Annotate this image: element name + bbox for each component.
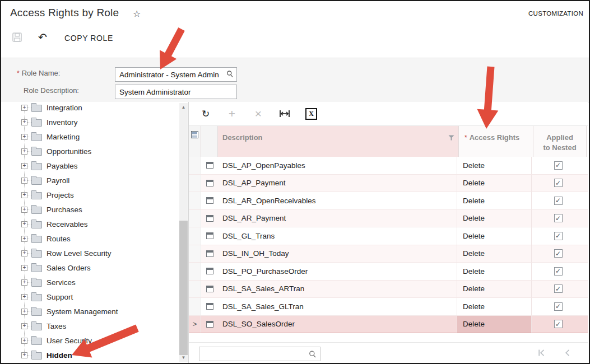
- search-magnifier-icon[interactable]: [308, 350, 317, 361]
- role-description-input[interactable]: [115, 85, 236, 99]
- applied-checkbox[interactable]: ✓: [554, 267, 563, 276]
- sidebar-tree-item[interactable]: + System Management: [1, 304, 179, 319]
- tree-expand-icon[interactable]: +: [21, 207, 27, 213]
- cell-description[interactable]: DSL_SO_SalesOrder: [218, 316, 457, 333]
- scroll-down-icon[interactable]: ▼: [179, 353, 188, 362]
- tree-expand-icon[interactable]: +: [21, 134, 27, 140]
- tree-expand-icon[interactable]: +: [21, 338, 27, 344]
- scrollbar-thumb[interactable]: [179, 221, 188, 355]
- table-row[interactable]: > DSL_SO_SalesOrder Delete ✓: [189, 316, 588, 334]
- fit-width-icon[interactable]: [279, 108, 290, 119]
- tree-expand-icon[interactable]: +: [21, 192, 27, 198]
- applied-checkbox[interactable]: ✓: [554, 302, 563, 311]
- lookup-magnifier-icon[interactable]: [226, 70, 234, 81]
- cell-access-rights[interactable]: Delete: [457, 227, 531, 245]
- sidebar-tree-item[interactable]: + Support: [1, 290, 179, 304]
- add-row-icon[interactable]: +: [226, 108, 238, 119]
- pagination-first-icon[interactable]: [537, 348, 546, 357]
- tree-expand-icon[interactable]: +: [21, 309, 27, 315]
- table-row[interactable]: DSL_AR_OpenReceivables Delete ✓: [189, 192, 588, 210]
- delete-row-icon[interactable]: ×: [253, 108, 264, 119]
- grid-search-input[interactable]: [199, 347, 320, 361]
- tree-expand-icon[interactable]: +: [21, 250, 27, 256]
- table-row[interactable]: DSL_AP_OpenPayables Delete ✓: [189, 157, 588, 175]
- cell-description[interactable]: DSL_SA_Sales_GLTran: [218, 298, 457, 315]
- sidebar-tree-item[interactable]: + Inventory: [1, 115, 179, 129]
- tree-expand-icon[interactable]: +: [21, 265, 27, 271]
- cell-description[interactable]: DSL_AP_OpenPayables: [218, 157, 457, 174]
- pagination-prev-icon[interactable]: [563, 348, 572, 357]
- cell-description[interactable]: DSL_IN_OH_Today: [218, 245, 457, 263]
- sidebar-tree-item[interactable]: + Row Level Security: [1, 246, 179, 260]
- tree-expand-icon[interactable]: +: [21, 178, 27, 184]
- cell-access-rights[interactable]: Delete: [457, 316, 531, 333]
- tree-expand-icon[interactable]: +: [21, 294, 27, 300]
- cell-access-rights[interactable]: Delete: [457, 192, 531, 209]
- tree-expand-icon[interactable]: +: [21, 221, 27, 227]
- applied-checkbox[interactable]: ✓: [554, 214, 563, 222]
- table-row[interactable]: DSL_AP_Payment Delete ✓: [189, 175, 588, 193]
- tree-expand-icon[interactable]: +: [21, 119, 27, 125]
- sidebar-tree-item[interactable]: + Payables: [1, 158, 179, 173]
- sidebar-tree-item[interactable]: + Purchases: [1, 202, 179, 217]
- sidebar-tree-item[interactable]: + Receivables: [1, 217, 179, 231]
- refresh-icon[interactable]: ↻: [200, 108, 211, 119]
- applied-checkbox[interactable]: ✓: [554, 320, 563, 328]
- sidebar-tree-item[interactable]: + Marketing: [1, 129, 179, 144]
- column-header-description[interactable]: Description: [218, 126, 459, 157]
- cell-description[interactable]: DSL_AR_OpenReceivables: [218, 192, 457, 209]
- applied-checkbox[interactable]: ✓: [554, 197, 563, 205]
- tree-scrollbar[interactable]: ▲ ▼: [179, 103, 188, 362]
- filter-icon[interactable]: [448, 133, 454, 143]
- tree-expand-icon[interactable]: +: [21, 279, 27, 286]
- sidebar-tree-item[interactable]: + Routes: [1, 231, 179, 246]
- cell-description[interactable]: DSL_SA_Sales_ARTran: [218, 281, 457, 298]
- cell-description[interactable]: DSL_PO_PurchaseOrder: [218, 263, 457, 280]
- cell-access-rights[interactable]: Delete: [457, 298, 531, 315]
- table-row[interactable]: DSL_AR_Payment Delete ✓: [189, 210, 588, 228]
- sidebar-tree-item[interactable]: + Projects: [1, 188, 179, 202]
- sidebar-tree-item[interactable]: + Integration: [1, 102, 179, 115]
- cell-access-rights[interactable]: Delete: [457, 263, 531, 280]
- column-header-access-rights[interactable]: *Access Rights: [459, 126, 533, 157]
- cell-access-rights[interactable]: Delete: [457, 281, 531, 298]
- tree-expand-icon[interactable]: +: [21, 323, 27, 329]
- grid-settings-icon[interactable]: [189, 126, 201, 157]
- tree-expand-icon[interactable]: +: [21, 163, 27, 169]
- scroll-up-icon[interactable]: ▲: [179, 103, 188, 111]
- applied-checkbox[interactable]: ✓: [554, 179, 563, 187]
- cell-access-rights[interactable]: Delete: [457, 157, 531, 174]
- cell-description[interactable]: DSL_AR_Payment: [218, 210, 457, 227]
- table-row[interactable]: DSL_IN_OH_Today Delete ✓: [189, 245, 588, 263]
- favorite-star-icon[interactable]: ☆: [133, 8, 141, 19]
- applied-checkbox[interactable]: ✓: [554, 249, 563, 258]
- sidebar-tree-item[interactable]: + Services: [1, 275, 179, 290]
- customization-menu[interactable]: CUSTOMIZATION: [528, 10, 583, 17]
- cell-description[interactable]: DSL_GL_Trans: [218, 227, 457, 245]
- role-name-input[interactable]: [115, 68, 236, 81]
- tree-expand-icon[interactable]: +: [21, 105, 27, 111]
- sidebar-tree-item[interactable]: + Hidden: [1, 348, 179, 362]
- export-excel-icon[interactable]: X: [305, 108, 317, 120]
- cell-access-rights[interactable]: Delete: [457, 175, 531, 192]
- tree-expand-icon[interactable]: +: [21, 352, 27, 358]
- cell-description[interactable]: DSL_AP_Payment: [218, 175, 457, 192]
- table-row[interactable]: DSL_SA_Sales_ARTran Delete ✓: [189, 281, 588, 298]
- sidebar-tree-item[interactable]: + User Security: [1, 333, 179, 348]
- applied-checkbox[interactable]: ✓: [554, 161, 563, 170]
- sidebar-tree-item[interactable]: + Payroll: [1, 173, 179, 188]
- copy-role-button[interactable]: COPY ROLE: [64, 34, 113, 43]
- sidebar-tree-item[interactable]: + Taxes: [1, 319, 179, 333]
- applied-checkbox[interactable]: ✓: [554, 232, 563, 240]
- undo-icon[interactable]: ↶: [38, 31, 47, 44]
- cell-access-rights[interactable]: Delete: [457, 210, 531, 227]
- table-row[interactable]: DSL_GL_Trans Delete ✓: [189, 227, 588, 245]
- save-icon[interactable]: [12, 32, 22, 45]
- table-row[interactable]: DSL_PO_PurchaseOrder Delete ✓: [189, 263, 588, 281]
- column-header-applied-to-nested[interactable]: Applied to Nested: [533, 126, 587, 157]
- table-row[interactable]: DSL_SA_Sales_GLTran Delete ✓: [189, 298, 588, 316]
- sidebar-tree-item[interactable]: + Opportunities: [1, 144, 179, 158]
- applied-checkbox[interactable]: ✓: [554, 284, 563, 293]
- tree-expand-icon[interactable]: +: [21, 236, 27, 242]
- tree-expand-icon[interactable]: +: [21, 148, 27, 155]
